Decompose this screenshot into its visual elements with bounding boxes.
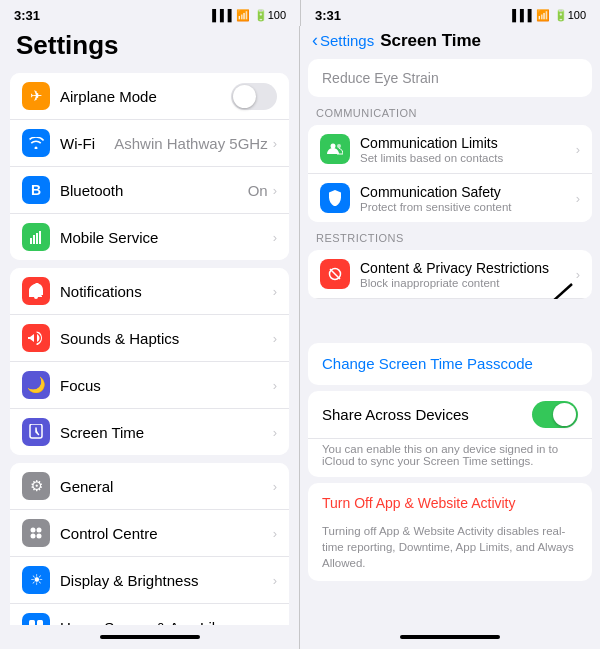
- mobile-chevron: ›: [273, 230, 277, 245]
- homescreen-item[interactable]: Home Screen & App Library ›: [10, 604, 289, 625]
- eye-strain-item[interactable]: Reduce Eye Strain: [308, 59, 592, 97]
- controlcentre-item[interactable]: Control Centre ›: [10, 510, 289, 557]
- passcode-link-text: Change Screen Time Passcode: [322, 355, 533, 372]
- bluetooth-label: Bluetooth: [60, 182, 248, 199]
- right-page-title: Screen Time: [380, 31, 481, 51]
- left-signal-icons: ▐▐▐ 📶 🔋100: [208, 9, 286, 22]
- content-privacy-title: Content & Privacy Restrictions: [360, 260, 576, 276]
- comm-safety-item[interactable]: Communication Safety Protect from sensit…: [308, 174, 592, 222]
- mobile-service-item[interactable]: Mobile Service ›: [10, 214, 289, 260]
- notifications-icon: [22, 277, 50, 305]
- comm-safety-icon: [320, 183, 350, 213]
- wifi-label: Wi-Fi: [60, 135, 114, 152]
- comm-safety-subtitle: Protect from sensitive content: [360, 201, 576, 213]
- content-privacy-subtitle: Block inappropriate content: [360, 277, 576, 289]
- controlcentre-label: Control Centre: [60, 525, 273, 542]
- wifi-chevron: ›: [273, 136, 277, 151]
- display-chevron: ›: [273, 573, 277, 588]
- mobile-label: Mobile Service: [60, 229, 273, 246]
- right-time: 3:31: [315, 8, 341, 23]
- sounds-icon: [22, 324, 50, 352]
- sounds-item[interactable]: Sounds & Haptics ›: [10, 315, 289, 362]
- left-time: 3:31: [14, 8, 40, 23]
- right-home-bar: [300, 625, 600, 649]
- right-scroll: Reduce Eye Strain COMMUNICATION Communic…: [300, 59, 600, 625]
- left-title: Settings: [0, 26, 299, 69]
- restrictions-group: Content & Privacy Restrictions Block ina…: [308, 250, 592, 299]
- left-scroll: ✈ Airplane Mode Wi-Fi: [0, 69, 299, 625]
- share-desc: You can enable this on any device signed…: [308, 439, 592, 477]
- comm-limits-subtitle: Set limits based on contacts: [360, 152, 576, 164]
- passcode-link[interactable]: Change Screen Time Passcode: [308, 343, 592, 385]
- main-panels: Settings ✈ Airplane Mode: [0, 26, 600, 649]
- general-chevron: ›: [273, 479, 277, 494]
- screentime-item[interactable]: Screen Time ›: [10, 409, 289, 455]
- back-label: Settings: [320, 32, 374, 49]
- back-chevron-icon: ‹: [312, 30, 318, 51]
- focus-label: Focus: [60, 377, 273, 394]
- turnoff-desc: Turning off App & Website Activity disab…: [308, 523, 592, 581]
- general-item[interactable]: ⚙ General ›: [10, 463, 289, 510]
- svg-rect-2: [36, 233, 38, 244]
- svg-rect-3: [39, 231, 41, 244]
- mobile-icon: [22, 223, 50, 251]
- bluetooth-icon: B: [22, 176, 50, 204]
- comm-safety-chevron: ›: [576, 191, 580, 206]
- share-group: Share Across Devices You can enable this…: [308, 391, 592, 477]
- content-privacy-icon: [320, 259, 350, 289]
- bluetooth-item[interactable]: B Bluetooth On ›: [10, 167, 289, 214]
- svg-point-7: [31, 534, 36, 539]
- content-privacy-item[interactable]: Content & Privacy Restrictions Block ina…: [308, 250, 592, 299]
- eye-strain-text: Reduce Eye Strain: [322, 70, 439, 86]
- turnoff-button[interactable]: Turn Off App & Website Activity: [308, 483, 592, 523]
- screentime-label: Screen Time: [60, 424, 273, 441]
- back-button[interactable]: ‹ Settings: [312, 30, 374, 51]
- right-nav-header: ‹ Settings Screen Time: [300, 26, 600, 59]
- notifications-label: Notifications: [60, 283, 273, 300]
- general-label: General: [60, 478, 273, 495]
- right-signal-icons: ▐▐▐ 📶 🔋100: [508, 9, 586, 22]
- sounds-label: Sounds & Haptics: [60, 330, 273, 347]
- homescreen-icon: [22, 613, 50, 625]
- focus-chevron: ›: [273, 378, 277, 393]
- general-icon: ⚙: [22, 472, 50, 500]
- svg-point-5: [31, 528, 36, 533]
- communication-section-label: COMMUNICATION: [300, 103, 600, 123]
- airplane-icon: ✈: [22, 82, 50, 110]
- airplane-label: Airplane Mode: [60, 88, 231, 105]
- display-icon: ☀: [22, 566, 50, 594]
- display-item[interactable]: ☀ Display & Brightness ›: [10, 557, 289, 604]
- airplane-mode-item[interactable]: ✈ Airplane Mode: [10, 73, 289, 120]
- svg-point-15: [337, 144, 341, 148]
- svg-point-14: [331, 144, 336, 149]
- right-panel: ‹ Settings Screen Time Reduce Eye Strain…: [300, 26, 600, 649]
- communication-group: Communication Limits Set limits based on…: [308, 125, 592, 222]
- notifications-item[interactable]: Notifications ›: [10, 268, 289, 315]
- focus-item[interactable]: 🌙 Focus ›: [10, 362, 289, 409]
- bluetooth-value: On: [248, 182, 268, 199]
- airplane-toggle[interactable]: [231, 83, 277, 110]
- comm-safety-title: Communication Safety: [360, 184, 576, 200]
- content-privacy-chevron: ›: [576, 267, 580, 282]
- system-group: Notifications › Sounds & Haptics ›: [10, 268, 289, 455]
- svg-rect-1: [33, 235, 35, 244]
- display-label: Display & Brightness: [60, 572, 273, 589]
- left-home-bar: [0, 625, 299, 649]
- restrictions-section-label: RESTRICTIONS: [300, 228, 600, 248]
- notifications-chevron: ›: [273, 284, 277, 299]
- share-title: Share Across Devices: [322, 406, 532, 423]
- comm-limits-chevron: ›: [576, 142, 580, 157]
- wifi-item[interactable]: Wi-Fi Ashwin Hathway 5GHz ›: [10, 120, 289, 167]
- status-bars: 3:31 ▐▐▐ 📶 🔋100 3:31 ▐▐▐ 📶 🔋100: [0, 0, 600, 26]
- svg-rect-0: [30, 238, 32, 244]
- screentime-chevron: ›: [273, 425, 277, 440]
- controlcentre-icon: [22, 519, 50, 547]
- right-battery-icon: 🔋100: [554, 9, 586, 22]
- comm-limits-item[interactable]: Communication Limits Set limits based on…: [308, 125, 592, 174]
- share-toggle[interactable]: [532, 401, 578, 428]
- sounds-chevron: ›: [273, 331, 277, 346]
- right-signal-icon: ▐▐▐: [508, 9, 531, 21]
- signal-icon: ▐▐▐: [208, 9, 231, 21]
- svg-point-8: [37, 534, 42, 539]
- wifi-icon: 📶: [236, 9, 250, 22]
